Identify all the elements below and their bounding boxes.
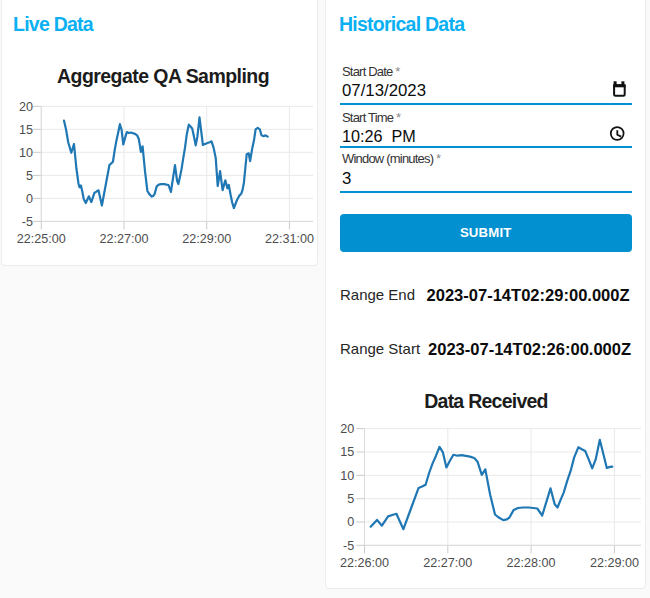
svg-text:22:27:00: 22:27:00 [423, 556, 472, 570]
svg-text:Data Received: Data Received [424, 390, 548, 412]
svg-text:22:29:00: 22:29:00 [590, 556, 639, 570]
svg-text:20: 20 [340, 422, 354, 436]
svg-text:0: 0 [347, 515, 354, 529]
svg-text:10: 10 [19, 146, 33, 160]
svg-text:22:31:00: 22:31:00 [265, 232, 314, 246]
svg-text:5: 5 [26, 169, 33, 183]
svg-text:22:26:00: 22:26:00 [340, 556, 389, 570]
svg-text:22:27:00: 22:27:00 [99, 232, 148, 246]
svg-text:5: 5 [347, 492, 354, 506]
svg-text:22:25:00: 22:25:00 [17, 232, 66, 246]
svg-text:15: 15 [19, 123, 33, 137]
svg-text:Aggregate QA Sampling: Aggregate QA Sampling [57, 65, 269, 87]
svg-text:22:28:00: 22:28:00 [507, 556, 556, 570]
svg-text:-5: -5 [22, 215, 33, 229]
svg-text:22:29:00: 22:29:00 [182, 232, 231, 246]
svg-text:-5: -5 [343, 539, 354, 553]
svg-text:0: 0 [26, 192, 33, 206]
svg-text:20: 20 [19, 100, 33, 114]
svg-text:10: 10 [340, 469, 354, 483]
svg-text:15: 15 [340, 445, 354, 459]
